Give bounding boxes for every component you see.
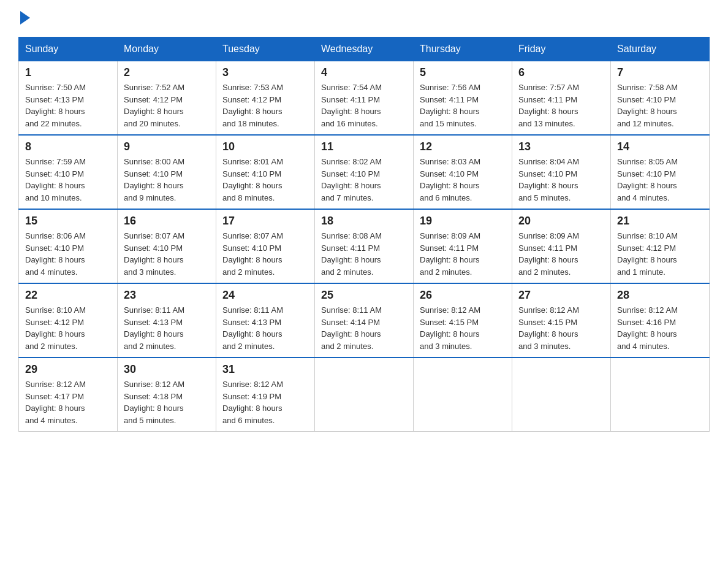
day-number: 25 [321, 289, 407, 302]
day-number: 2 [124, 66, 210, 79]
calendar-day-cell: 4 Sunrise: 7:54 AM Sunset: 4:11 PM Dayli… [315, 61, 414, 136]
day-of-week-header: Sunday [19, 37, 118, 61]
day-info: Sunrise: 8:10 AM Sunset: 4:12 PM Dayligh… [25, 304, 111, 352]
day-info: Sunrise: 8:08 AM Sunset: 4:11 PM Dayligh… [321, 230, 407, 278]
day-number: 28 [617, 289, 703, 302]
day-info: Sunrise: 8:03 AM Sunset: 4:10 PM Dayligh… [420, 156, 506, 204]
day-number: 8 [25, 140, 111, 153]
day-info: Sunrise: 8:07 AM Sunset: 4:10 PM Dayligh… [222, 230, 308, 278]
calendar-day-cell: 2 Sunrise: 7:52 AM Sunset: 4:12 PM Dayli… [118, 61, 216, 136]
calendar-day-cell: 22 Sunrise: 8:10 AM Sunset: 4:12 PM Dayl… [19, 283, 118, 358]
day-number: 26 [420, 289, 506, 302]
day-info: Sunrise: 7:58 AM Sunset: 4:10 PM Dayligh… [617, 82, 703, 129]
day-number: 16 [124, 215, 210, 228]
day-info: Sunrise: 8:11 AM Sunset: 4:13 PM Dayligh… [222, 304, 308, 352]
day-info: Sunrise: 8:12 AM Sunset: 4:16 PM Dayligh… [617, 304, 703, 352]
calendar-day-cell: 21 Sunrise: 8:10 AM Sunset: 4:12 PM Dayl… [611, 209, 710, 283]
day-number: 1 [25, 66, 111, 79]
calendar-day-cell: 31 Sunrise: 8:12 AM Sunset: 4:19 PM Dayl… [216, 358, 315, 432]
day-of-week-header: Saturday [611, 37, 710, 61]
day-of-week-header: Monday [118, 37, 216, 61]
day-info: Sunrise: 7:52 AM Sunset: 4:12 PM Dayligh… [124, 82, 210, 129]
calendar-day-cell: 24 Sunrise: 8:11 AM Sunset: 4:13 PM Dayl… [216, 283, 315, 358]
day-number: 22 [25, 289, 111, 302]
day-number: 14 [617, 140, 703, 153]
calendar-day-cell: 13 Sunrise: 8:04 AM Sunset: 4:10 PM Dayl… [512, 135, 611, 209]
calendar-day-cell: 20 Sunrise: 8:09 AM Sunset: 4:11 PM Dayl… [512, 209, 611, 283]
day-info: Sunrise: 8:07 AM Sunset: 4:10 PM Dayligh… [124, 230, 210, 278]
calendar-day-cell: 23 Sunrise: 8:11 AM Sunset: 4:13 PM Dayl… [118, 283, 216, 358]
day-number: 9 [124, 140, 210, 153]
calendar-day-cell: 26 Sunrise: 8:12 AM Sunset: 4:15 PM Dayl… [414, 283, 512, 358]
calendar-day-cell: 30 Sunrise: 8:12 AM Sunset: 4:18 PM Dayl… [118, 358, 216, 432]
day-number: 3 [222, 66, 308, 79]
day-info: Sunrise: 7:50 AM Sunset: 4:13 PM Dayligh… [25, 82, 111, 129]
day-of-week-header: Friday [512, 37, 611, 61]
day-info: Sunrise: 7:57 AM Sunset: 4:11 PM Dayligh… [518, 82, 604, 129]
day-info: Sunrise: 7:59 AM Sunset: 4:10 PM Dayligh… [25, 156, 111, 204]
calendar-table: SundayMondayTuesdayWednesdayThursdayFrid… [18, 37, 710, 432]
calendar-day-cell: 5 Sunrise: 7:56 AM Sunset: 4:11 PM Dayli… [414, 61, 512, 136]
logo-arrow-icon [20, 11, 30, 25]
day-number: 31 [222, 363, 308, 376]
day-of-week-header: Thursday [414, 37, 512, 61]
calendar-day-cell: 25 Sunrise: 8:11 AM Sunset: 4:14 PM Dayl… [315, 283, 414, 358]
day-number: 5 [420, 66, 506, 79]
calendar-day-cell: 1 Sunrise: 7:50 AM Sunset: 4:13 PM Dayli… [19, 61, 118, 136]
day-number: 27 [518, 289, 604, 302]
calendar-day-cell [315, 358, 414, 432]
calendar-day-cell: 28 Sunrise: 8:12 AM Sunset: 4:16 PM Dayl… [611, 283, 710, 358]
calendar-day-cell: 17 Sunrise: 8:07 AM Sunset: 4:10 PM Dayl… [216, 209, 315, 283]
day-number: 12 [420, 140, 506, 153]
calendar-day-cell: 14 Sunrise: 8:05 AM Sunset: 4:10 PM Dayl… [611, 135, 710, 209]
day-number: 24 [222, 289, 308, 302]
day-number: 18 [321, 215, 407, 228]
day-info: Sunrise: 7:54 AM Sunset: 4:11 PM Dayligh… [321, 82, 407, 129]
calendar-day-cell [611, 358, 710, 432]
day-info: Sunrise: 8:12 AM Sunset: 4:15 PM Dayligh… [518, 304, 604, 352]
day-number: 7 [617, 66, 703, 79]
day-info: Sunrise: 8:05 AM Sunset: 4:10 PM Dayligh… [617, 156, 703, 204]
calendar-week-row: 1 Sunrise: 7:50 AM Sunset: 4:13 PM Dayli… [19, 61, 710, 136]
calendar-day-cell: 8 Sunrise: 7:59 AM Sunset: 4:10 PM Dayli… [19, 135, 118, 209]
calendar-week-row: 22 Sunrise: 8:10 AM Sunset: 4:12 PM Dayl… [19, 283, 710, 358]
calendar-day-cell: 3 Sunrise: 7:53 AM Sunset: 4:12 PM Dayli… [216, 61, 315, 136]
day-info: Sunrise: 8:12 AM Sunset: 4:18 PM Dayligh… [124, 378, 210, 426]
day-number: 21 [617, 215, 703, 228]
page-header [18, 12, 710, 25]
calendar-day-cell: 29 Sunrise: 8:12 AM Sunset: 4:17 PM Dayl… [19, 358, 118, 432]
day-number: 13 [518, 140, 604, 153]
calendar-day-cell: 11 Sunrise: 8:02 AM Sunset: 4:10 PM Dayl… [315, 135, 414, 209]
calendar-day-cell: 15 Sunrise: 8:06 AM Sunset: 4:10 PM Dayl… [19, 209, 118, 283]
calendar-day-cell: 18 Sunrise: 8:08 AM Sunset: 4:11 PM Dayl… [315, 209, 414, 283]
day-info: Sunrise: 7:56 AM Sunset: 4:11 PM Dayligh… [420, 82, 506, 129]
day-number: 17 [222, 215, 308, 228]
day-info: Sunrise: 8:02 AM Sunset: 4:10 PM Dayligh… [321, 156, 407, 204]
day-number: 11 [321, 140, 407, 153]
day-info: Sunrise: 8:09 AM Sunset: 4:11 PM Dayligh… [420, 230, 506, 278]
day-number: 4 [321, 66, 407, 79]
calendar-week-row: 8 Sunrise: 7:59 AM Sunset: 4:10 PM Dayli… [19, 135, 710, 209]
calendar-day-cell: 16 Sunrise: 8:07 AM Sunset: 4:10 PM Dayl… [118, 209, 216, 283]
calendar-week-row: 15 Sunrise: 8:06 AM Sunset: 4:10 PM Dayl… [19, 209, 710, 283]
day-of-week-header: Wednesday [315, 37, 414, 61]
day-number: 6 [518, 66, 604, 79]
calendar-day-cell: 7 Sunrise: 7:58 AM Sunset: 4:10 PM Dayli… [611, 61, 710, 136]
day-info: Sunrise: 8:06 AM Sunset: 4:10 PM Dayligh… [25, 230, 111, 278]
day-info: Sunrise: 8:10 AM Sunset: 4:12 PM Dayligh… [617, 230, 703, 278]
calendar-day-cell: 9 Sunrise: 8:00 AM Sunset: 4:10 PM Dayli… [118, 135, 216, 209]
day-info: Sunrise: 8:11 AM Sunset: 4:13 PM Dayligh… [124, 304, 210, 352]
day-number: 23 [124, 289, 210, 302]
logo [18, 12, 30, 25]
calendar-day-cell [414, 358, 512, 432]
day-number: 29 [25, 363, 111, 376]
day-info: Sunrise: 8:00 AM Sunset: 4:10 PM Dayligh… [124, 156, 210, 204]
day-info: Sunrise: 8:09 AM Sunset: 4:11 PM Dayligh… [518, 230, 604, 278]
day-info: Sunrise: 8:11 AM Sunset: 4:14 PM Dayligh… [321, 304, 407, 352]
day-of-week-header: Tuesday [216, 37, 315, 61]
day-number: 20 [518, 215, 604, 228]
calendar-header-row: SundayMondayTuesdayWednesdayThursdayFrid… [19, 37, 710, 61]
day-info: Sunrise: 8:12 AM Sunset: 4:19 PM Dayligh… [222, 378, 308, 426]
day-info: Sunrise: 8:01 AM Sunset: 4:10 PM Dayligh… [222, 156, 308, 204]
day-info: Sunrise: 7:53 AM Sunset: 4:12 PM Dayligh… [222, 82, 308, 129]
